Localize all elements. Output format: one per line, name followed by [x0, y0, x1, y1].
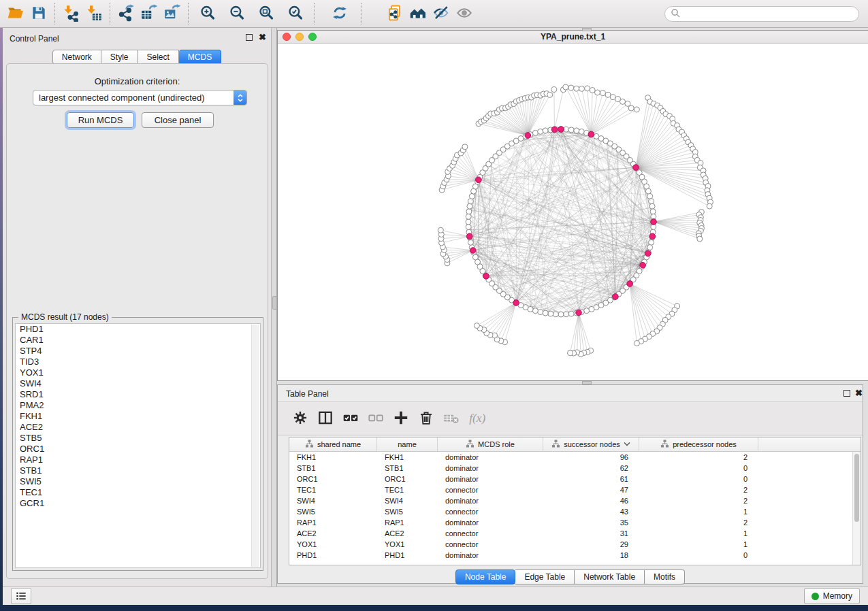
- table-cell[interactable]: 2: [639, 484, 758, 495]
- import-network-button[interactable]: [59, 2, 82, 25]
- select-all-button[interactable]: [338, 407, 363, 430]
- mcds-result-item[interactable]: ACE2: [16, 422, 260, 433]
- table-cell[interactable]: PHD1: [377, 550, 438, 561]
- table-cell[interactable]: ORC1: [377, 474, 438, 484]
- zoom-in-button[interactable]: [193, 2, 222, 25]
- mcds-result-item[interactable]: ORC1: [16, 444, 260, 455]
- table-row[interactable]: YOX1YOX1connector291: [289, 539, 861, 550]
- mcds-result-item[interactable]: PHD1: [16, 324, 260, 335]
- splitter-collapse-handle-icon[interactable]: [582, 28, 592, 31]
- table-cell[interactable]: YOX1: [289, 539, 377, 550]
- float-panel-icon[interactable]: [246, 34, 253, 41]
- folder-open-button[interactable]: [4, 2, 27, 25]
- refresh-button[interactable]: [328, 2, 351, 25]
- table-scrollbar[interactable]: [852, 452, 861, 565]
- column-header-name[interactable]: name: [377, 437, 438, 451]
- table-cell[interactable]: 1: [639, 528, 758, 539]
- panes-button[interactable]: [312, 407, 338, 430]
- table-cell[interactable]: dominator: [438, 452, 543, 463]
- table-cell[interactable]: 96: [543, 452, 639, 463]
- memory-button[interactable]: Memory: [804, 588, 860, 604]
- tab-mcds[interactable]: MCDS: [179, 50, 221, 65]
- column-header-successor-nodes[interactable]: successor nodes: [543, 437, 639, 451]
- houses-button[interactable]: [406, 2, 430, 25]
- table-cell[interactable]: connector: [438, 539, 543, 550]
- export-table-button[interactable]: [138, 2, 161, 25]
- import-table-button[interactable]: [82, 2, 106, 25]
- mcds-list-scrollbar[interactable]: [251, 325, 259, 567]
- table-cell[interactable]: connector: [438, 506, 543, 517]
- splitter-handle-icon[interactable]: [272, 296, 277, 310]
- table-cell[interactable]: 46: [543, 495, 639, 506]
- table-cell[interactable]: 18: [543, 550, 639, 561]
- table-cell[interactable]: 31: [543, 528, 639, 539]
- table-cell[interactable]: 61: [543, 474, 639, 484]
- column-header-MCDS-role[interactable]: MCDS role: [438, 437, 543, 451]
- table-cell[interactable]: SWI5: [289, 506, 377, 517]
- zoom-out-button[interactable]: [222, 2, 251, 25]
- table-row[interactable]: PHD1PHD1dominator180: [289, 550, 861, 561]
- mcds-result-list[interactable]: PHD1CAR1STP4TID3YOX1SWI4SRD1PMA2FKH1ACE2…: [15, 323, 261, 568]
- criterion-dropdown[interactable]: largest connected component (undirected): [33, 90, 247, 105]
- mcds-result-item[interactable]: SRD1: [16, 389, 260, 400]
- table-cell[interactable]: dominator: [438, 517, 543, 528]
- table-row[interactable]: ACE2ACE2connector311: [289, 528, 861, 539]
- mcds-result-item[interactable]: YOX1: [16, 367, 260, 378]
- mcds-result-item[interactable]: STB1: [16, 465, 260, 476]
- network-canvas[interactable]: [278, 43, 867, 380]
- table-cell[interactable]: YOX1: [377, 539, 438, 550]
- mcds-result-item[interactable]: FKH1: [16, 411, 260, 422]
- table-cell[interactable]: STB1: [377, 463, 438, 474]
- task-history-button[interactable]: [11, 588, 31, 604]
- close-panel-button[interactable]: Close panel: [142, 112, 214, 128]
- table-row[interactable]: ORC1ORC1dominator610: [289, 474, 861, 484]
- table-cell[interactable]: TEC1: [289, 484, 377, 495]
- table-cell[interactable]: 35: [543, 517, 639, 528]
- table-cell[interactable]: 0: [639, 463, 758, 474]
- tab-style[interactable]: Style: [101, 50, 138, 65]
- search-input[interactable]: [684, 9, 858, 20]
- table-cell[interactable]: connector: [438, 528, 543, 539]
- tab-node-table[interactable]: Node Table: [455, 569, 516, 584]
- table-cell[interactable]: 0: [639, 550, 758, 561]
- tab-edge-table[interactable]: Edge Table: [515, 569, 575, 584]
- table-cell[interactable]: 0: [639, 474, 758, 484]
- table-row[interactable]: FKH1FKH1dominator962: [289, 452, 861, 463]
- panel-splitter[interactable]: [272, 28, 277, 587]
- table-cell[interactable]: RAP1: [289, 517, 377, 528]
- zoom-check-button[interactable]: [280, 2, 310, 25]
- table-cell[interactable]: 2: [639, 452, 758, 463]
- trash-button[interactable]: [413, 407, 438, 430]
- mcds-result-item[interactable]: PMA2: [16, 400, 260, 411]
- mcds-result-item[interactable]: STP4: [16, 346, 260, 357]
- table-cell[interactable]: SWI5: [377, 506, 438, 517]
- table-row[interactable]: RAP1RAP1dominator352: [289, 517, 861, 528]
- close-table-panel-icon[interactable]: ✖: [855, 390, 863, 397]
- export-network-button[interactable]: [114, 2, 138, 25]
- mcds-result-item[interactable]: CAR1: [16, 335, 260, 346]
- mcds-result-item[interactable]: SWI4: [16, 378, 260, 389]
- network-window-titlebar[interactable]: YPA_prune.txt_1: [278, 31, 868, 44]
- table-cell[interactable]: 29: [543, 539, 639, 550]
- table-cell[interactable]: 43: [543, 506, 639, 517]
- column-header-predecessor-nodes[interactable]: predecessor nodes: [639, 437, 758, 451]
- table-cell[interactable]: SWI4: [377, 495, 438, 506]
- table-cell[interactable]: 2: [639, 495, 758, 506]
- add-button[interactable]: [388, 407, 413, 430]
- table-cell[interactable]: FKH1: [377, 452, 438, 463]
- tab-network-table[interactable]: Network Table: [575, 569, 645, 584]
- eye-slash-button[interactable]: [430, 2, 453, 25]
- zoom-fit-button[interactable]: [251, 2, 280, 25]
- mcds-result-item[interactable]: TEC1: [16, 487, 260, 498]
- table-cell[interactable]: 62: [543, 463, 639, 474]
- table-row[interactable]: SWI5SWI5connector431: [289, 506, 861, 517]
- mcds-result-item[interactable]: RAP1: [16, 455, 260, 465]
- column-header-shared-name[interactable]: shared name: [289, 437, 377, 451]
- search-box[interactable]: [664, 6, 859, 22]
- table-cell[interactable]: ACE2: [377, 528, 438, 539]
- network-graph[interactable]: [278, 43, 867, 380]
- table-cell[interactable]: 1: [639, 539, 758, 550]
- table-cell[interactable]: ORC1: [289, 474, 377, 484]
- table-cell[interactable]: dominator: [438, 463, 543, 474]
- table-cell[interactable]: 47: [543, 484, 639, 495]
